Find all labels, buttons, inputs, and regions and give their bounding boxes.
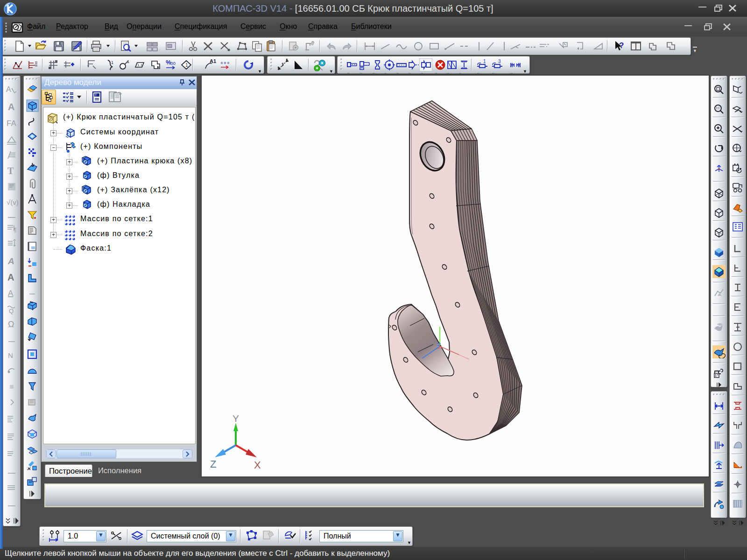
svg-text:*: * bbox=[282, 62, 284, 68]
svg-text:1: 1 bbox=[127, 59, 129, 64]
svg-text:A: A bbox=[7, 272, 14, 282]
svg-text:√(v): √(v) bbox=[7, 198, 18, 206]
svg-text:Z: Z bbox=[210, 458, 216, 470]
svg-text:1.1: 1.1 bbox=[137, 63, 143, 67]
svg-text:?: ? bbox=[619, 41, 624, 50]
svg-text:1: 1 bbox=[483, 59, 486, 64]
svg-text:*: * bbox=[286, 58, 288, 64]
svg-text:*: * bbox=[277, 65, 280, 71]
svg-text:3: 3 bbox=[498, 59, 501, 64]
svg-text:A: A bbox=[8, 102, 14, 112]
svg-text:A: A bbox=[7, 256, 14, 266]
svg-text:A: A bbox=[6, 85, 11, 93]
svg-text:FA: FA bbox=[7, 119, 16, 128]
svg-text:¶: ¶ bbox=[14, 227, 16, 233]
svg-text:oo: oo bbox=[170, 61, 176, 66]
svg-text:Q: Q bbox=[9, 308, 14, 315]
svg-text:T: T bbox=[7, 166, 14, 176]
svg-text:1: 1 bbox=[111, 60, 113, 65]
svg-text:A: A bbox=[8, 289, 14, 298]
svg-text:1: 1 bbox=[185, 63, 188, 68]
svg-text:T: T bbox=[95, 93, 97, 97]
svg-text:Y: Y bbox=[233, 413, 239, 424]
svg-text:A1: A1 bbox=[210, 58, 216, 64]
svg-text:X: X bbox=[254, 459, 261, 471]
svg-text:Ω: Ω bbox=[8, 320, 14, 329]
svg-text:N: N bbox=[8, 351, 13, 359]
